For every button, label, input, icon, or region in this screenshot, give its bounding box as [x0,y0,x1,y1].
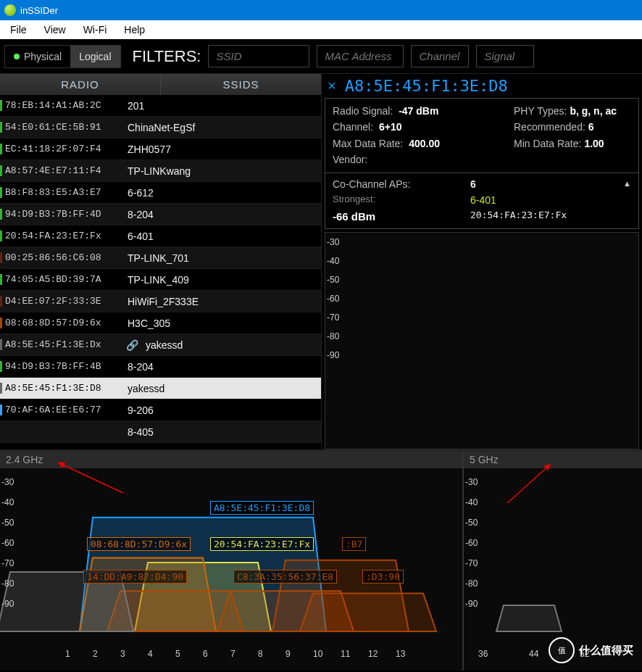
xtick: 1 [65,649,70,659]
table-row[interactable]: B8:F8:83:E5:A3:E76-612 [0,182,321,204]
ssid-cell: 6-401 [123,231,321,242]
filter-ssid-input[interactable] [208,45,309,67]
ssid-cell: 9-206 [123,405,321,416]
ssid-cell: TP-LINK_409 [123,274,321,286]
ytick: -70 [1,558,14,568]
xtick: 4 [148,649,153,659]
ssid-cell: 8-405 [123,426,321,438]
link-icon: 🔗 [123,339,141,351]
network-label: 20:54:FA:23:E7:Fx [210,537,314,551]
ytick: -40 [1,497,14,507]
network-table[interactable]: 78:EB:14:A1:AB:2C20154:E0:61:CE:5B:91Chi… [0,95,321,449]
mac-cell: A8:5E:45:F1:3E:D8 [0,383,123,394]
filter-mac-input[interactable] [317,45,404,67]
spectrum-24-title: 2.4 GHz [0,451,462,468]
xtick: 13 [396,649,405,659]
xtick: 11 [341,649,350,659]
svg-marker-6 [300,594,436,631]
filter-signal-input[interactable] [476,45,534,67]
xtick: 7 [230,649,235,659]
ytick: -50 [465,518,478,528]
col-radio[interactable]: RADIO [0,74,161,95]
mac-cell: D4:EE:07:2F:33:3E [0,296,123,307]
ytick: -80 [465,578,478,589]
close-icon[interactable]: × [325,78,339,94]
cochannel-box[interactable]: ▲ Co-Channel APs:6 Strongest:6-401 -66 d… [325,173,639,230]
ssid-cell: ChinaNet-EgSf [123,122,321,133]
mac-cell: 54:E0:61:CE:5B:91 [0,122,123,133]
table-row[interactable]: D4:EE:07:2F:33:3EHiWiFi_2F333E [0,291,321,312]
window-title: inSSIDer [20,5,58,16]
menu-help[interactable]: Help [117,22,152,38]
table-row[interactable]: 8-405 [0,421,321,443]
table-row[interactable]: A8:5E:45:F1:3E:Dx🔗yakessd [0,334,321,356]
menubar: File View Wi-Fi Help [0,20,642,39]
table-row[interactable]: 20:54:FA:23:E7:Fx6-401 [0,225,321,247]
menu-view[interactable]: View [37,22,73,38]
xtick: 36 [478,649,488,659]
ytick: -30 [327,237,339,247]
network-label: 08:68:8D:57:D9:6x [87,537,191,551]
mac-cell: 08:68:8D:57:D9:6x [0,318,123,328]
mac-cell: 94:D9:B3:7B:FF:4D [0,209,123,220]
ytick: -70 [327,312,339,323]
logical-tab[interactable]: Logical [70,46,120,67]
xtick: 6 [203,649,208,659]
app-icon [4,4,16,16]
ytick: -50 [1,518,14,528]
table-row[interactable]: 08:68:8D:57:D9:6xH3C_305 [0,312,321,334]
mac-cell: A8:57:4E:E7:11:F4 [0,165,123,176]
watermark-icon: 值 [549,637,575,663]
filters-label: FILTERS: [133,47,201,66]
filter-channel-input[interactable] [411,45,469,67]
table-row[interactable]: 94:D9:B3:7B:FF:4B8-204 [0,356,321,378]
network-label: A8:5E:45:F1:3E:D8 [210,501,314,515]
mac-cell: 94:D9:B3:7B:FF:4B [0,361,123,372]
xtick: 9 [285,649,291,659]
svg-marker-9 [496,605,562,631]
ytick: -40 [327,256,339,266]
ssid-cell: yakessd [141,339,321,351]
physical-tab[interactable]: Physical [5,46,70,67]
table-row[interactable]: 94:D9:B3:7B:FF:4D8-204 [0,204,321,225]
ssid-cell: 6-612 [123,187,321,199]
ytick: -40 [465,497,478,507]
selected-mac: A8:5E:45:F1:3E:D8 [345,77,508,95]
table-row[interactable]: A8:57:4E:E7:11:F4TP-LINKwang [0,160,321,182]
mac-cell: B8:F8:83:E5:A3:E7 [0,187,123,198]
table-row[interactable]: 00:25:86:56:C6:08TP-LINK_701 [0,247,321,269]
table-row[interactable]: A8:5E:45:F1:3E:D8yakessd [0,378,321,399]
ssid-cell: HiWiFi_2F333E [123,296,321,307]
table-row[interactable]: 54:E0:61:CE:5B:91ChinaNet-EgSf [0,117,321,138]
table-row[interactable]: 70:AF:6A:EE:E6:779-206 [0,399,321,421]
mac-cell: 70:AF:6A:EE:E6:77 [0,405,123,415]
ytick: -90 [465,599,478,609]
detail-info: Radio Signal: -47 dBmPHY Types: b, g, n,… [325,98,639,173]
ytick: -80 [1,578,14,589]
ytick: -30 [1,477,14,487]
mac-cell: EC:41:18:2F:07:F4 [0,144,123,154]
ssid-cell: ZHH0577 [123,144,321,155]
mac-cell: 20:54:FA:23:E7:Fx [0,231,123,241]
ssid-cell: TP-LINKwang [123,165,321,177]
mac-cell: A8:5E:45:F1:3E:Dx [0,339,123,350]
table-row[interactable]: 74:05:A5:BD:39:7ATP-LINK_409 [0,269,321,291]
mac-cell: 00:25:86:56:C6:08 [0,252,123,263]
xtick: 10 [313,649,322,659]
table-row[interactable]: 78:EB:14:A1:AB:2C201 [0,95,321,117]
menu-wifi[interactable]: Wi-Fi [76,22,114,38]
ssid-cell: TP-LINK_701 [123,252,321,264]
menu-file[interactable]: File [3,22,34,38]
view-toggle: Physical Logical [4,45,121,68]
table-row[interactable]: EC:41:18:2F:07:F4ZHH0577 [0,138,321,160]
status-led-icon [14,54,20,59]
ytick: -90 [327,350,339,360]
col-ssids[interactable]: SSIDS [161,74,321,95]
ssid-cell: yakessd [123,383,321,394]
ssid-cell: 8-204 [123,361,321,373]
network-label: :D3:90 [362,570,404,584]
ytick: -60 [465,538,478,548]
ytick: -60 [327,294,339,304]
network-label: C8:3A:35:56:37:E8 [233,570,337,584]
collapse-icon[interactable]: ▲ [623,178,631,191]
